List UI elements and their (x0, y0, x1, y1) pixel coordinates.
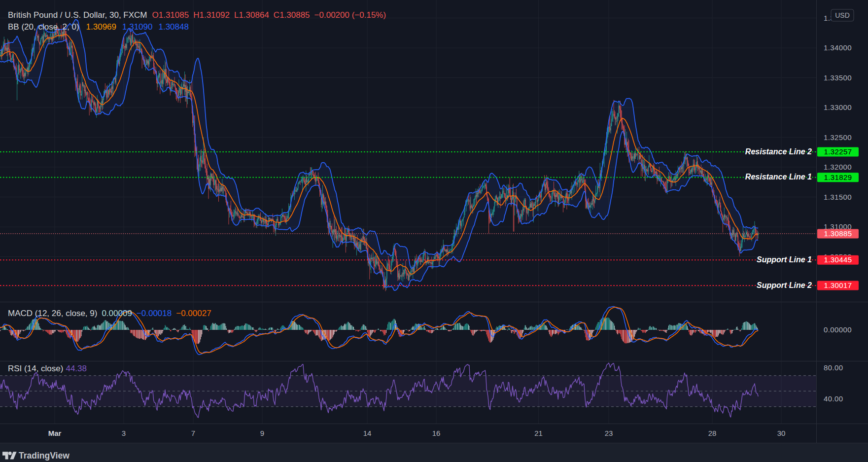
svg-text:16: 16 (432, 429, 441, 437)
svg-text:40.00: 40.00 (824, 394, 843, 403)
svg-text:3: 3 (122, 429, 126, 437)
svg-text:1.33000: 1.33000 (824, 103, 852, 111)
svg-text:MACD (12, 26, close, 9)0.00009: MACD (12, 26, close, 9)0.00009−0.00018−0… (8, 309, 211, 318)
svg-text:RSI (14, close)44.38: RSI (14, close)44.38 (8, 364, 87, 373)
svg-text:7: 7 (191, 429, 195, 437)
svg-text:USD: USD (835, 11, 850, 19)
svg-text:1.31829: 1.31829 (824, 173, 852, 181)
svg-text:Resistance Line 2: Resistance Line 2 (745, 147, 812, 156)
svg-text:1.32000: 1.32000 (824, 163, 852, 171)
svg-text:British Pound / U.S. Dollar, 3: British Pound / U.S. Dollar, 30, FXCMO1.… (8, 10, 386, 20)
svg-text:21: 21 (534, 429, 543, 437)
svg-text:9: 9 (260, 429, 264, 437)
svg-text:30: 30 (777, 429, 786, 437)
svg-text:0.00000: 0.00000 (824, 325, 852, 334)
svg-text:14: 14 (363, 429, 372, 437)
svg-text:Support Line 1: Support Line 1 (757, 255, 812, 264)
svg-text:80.00: 80.00 (824, 363, 843, 372)
svg-text:1.30885: 1.30885 (824, 229, 852, 238)
svg-text:1.32257: 1.32257 (824, 147, 852, 156)
svg-text:1.30017: 1.30017 (824, 281, 852, 289)
svg-text:1.31500: 1.31500 (824, 193, 852, 201)
svg-text:1.33500: 1.33500 (824, 73, 852, 82)
svg-text:1.30445: 1.30445 (824, 255, 852, 264)
svg-text:1.34000: 1.34000 (824, 43, 852, 52)
svg-text:Support Line 2: Support Line 2 (757, 281, 812, 289)
svg-text:Resistance Line 1: Resistance Line 1 (745, 173, 812, 181)
svg-text:BB (20, close, 2, 0)1.309691.3: BB (20, close, 2, 0)1.309691.310901.3084… (8, 22, 189, 32)
svg-text:1.32500: 1.32500 (824, 133, 852, 142)
svg-text:23: 23 (605, 429, 613, 437)
svg-text:28: 28 (708, 429, 717, 437)
svg-text:TradingView: TradingView (19, 451, 69, 461)
svg-text:Mar: Mar (48, 429, 62, 437)
